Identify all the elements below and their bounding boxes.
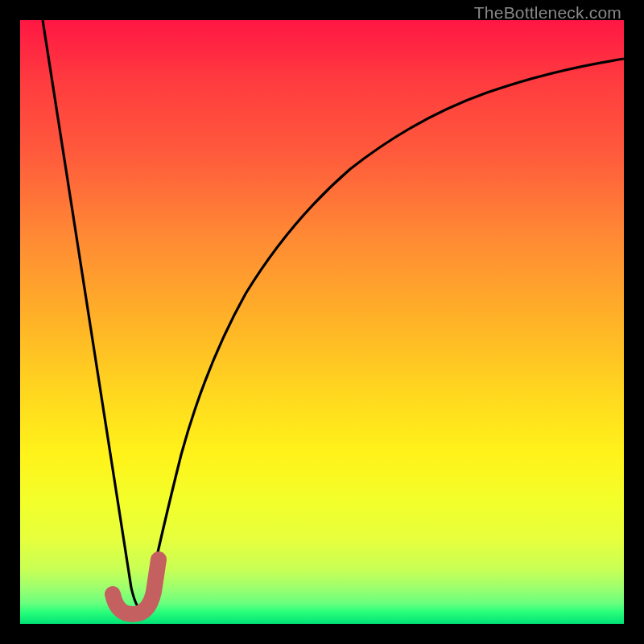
watermark-text: TheBottleneck.com (474, 3, 621, 23)
check-mark-icon (113, 559, 159, 614)
optimal-marker (20, 20, 624, 624)
plot-area (20, 20, 624, 624)
chart-frame: TheBottleneck.com (0, 0, 644, 644)
